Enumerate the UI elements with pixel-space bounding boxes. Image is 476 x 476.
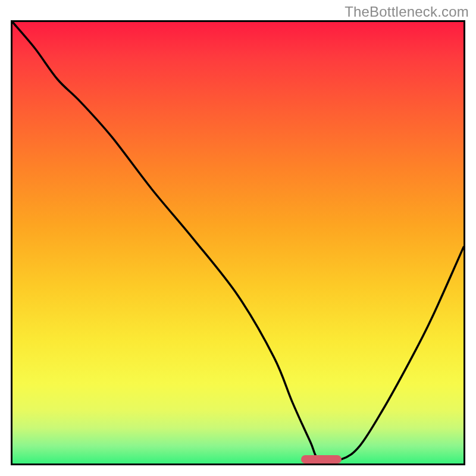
plot-area	[11, 20, 465, 465]
optimal-range-marker	[301, 455, 342, 464]
chart-container: TheBottleneck.com	[0, 0, 476, 476]
curve-svg	[12, 22, 464, 464]
bottleneck-curve	[12, 22, 464, 461]
attribution-label: TheBottleneck.com	[345, 4, 469, 20]
